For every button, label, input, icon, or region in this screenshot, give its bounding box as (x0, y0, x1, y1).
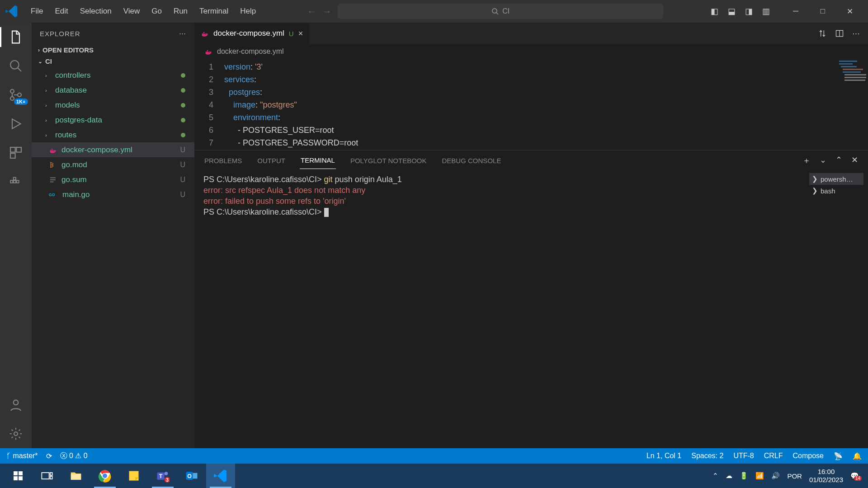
sticky-notes-icon[interactable] (119, 464, 148, 488)
layout-customize-icon[interactable]: ▥ (760, 6, 771, 16)
minimap[interactable] (839, 61, 866, 88)
window-close-button[interactable]: ✕ (836, 0, 863, 23)
window-maximize-button[interactable]: □ (809, 0, 836, 23)
bottom-panel: PROBLEMSOUTPUTTERMINALPOLYGLOT NOTEBOOKD… (194, 150, 868, 448)
tab-docker-compose[interactable]: docker-compose.yml U × (194, 23, 310, 44)
project-section[interactable]: ⌄CI (32, 56, 194, 67)
activity-scm-icon[interactable]: 1K+ (8, 87, 24, 103)
svg-point-17 (50, 164, 52, 165)
menu-file[interactable]: File (25, 5, 48, 18)
status-sync-icon[interactable]: ⟳ (46, 452, 52, 460)
panel-tab-output[interactable]: OUTPUT (256, 152, 286, 169)
layout-left-icon[interactable]: ◧ (709, 6, 720, 16)
svg-point-41 (103, 474, 107, 478)
start-button[interactable] (4, 464, 33, 488)
tray-expand-icon[interactable]: ⌃ (712, 472, 718, 480)
panel-tab-problems[interactable]: PROBLEMS (203, 152, 243, 169)
chrome-icon[interactable] (90, 464, 119, 488)
svg-rect-27 (841, 66, 857, 67)
svg-rect-33 (14, 471, 18, 475)
shell-bash[interactable]: ❯ bash (809, 185, 863, 197)
nav-forward-icon[interactable]: → (322, 6, 331, 17)
panel-maximize-icon[interactable]: ⌃ (835, 150, 843, 170)
svg-rect-11 (14, 180, 16, 183)
folder-controllers[interactable]: ›controllers (32, 68, 194, 83)
svg-rect-13 (16, 180, 19, 183)
tray-onedrive-icon[interactable]: ☁ (726, 472, 732, 480)
tray-clock[interactable]: 16:00 01/02/2023 (809, 468, 843, 484)
folder-models[interactable]: ›models (32, 98, 194, 113)
svg-rect-31 (844, 77, 866, 78)
panel-close-icon[interactable]: ✕ (850, 150, 859, 170)
menu-help[interactable]: Help (235, 5, 261, 18)
status-feedback-icon[interactable]: 📡 (834, 452, 843, 460)
terminal-output[interactable]: PS C:\Users\karoline.cafisso\CI> git pus… (194, 170, 805, 448)
explorer-title: EXPLORER (40, 30, 80, 38)
menu-go[interactable]: Go (146, 5, 167, 18)
svg-rect-8 (16, 147, 21, 152)
editor-more-icon[interactable]: ⋯ (852, 29, 860, 38)
status-bell-icon[interactable]: 🔔 (853, 452, 862, 460)
file-go.sum[interactable]: go.sumU (32, 172, 194, 187)
status-spaces[interactable]: Spaces: 2 (691, 452, 723, 460)
menu-edit[interactable]: Edit (49, 5, 73, 18)
folder-postgres-data[interactable]: ›postgres-data (32, 113, 194, 127)
activity-docker-icon[interactable] (8, 174, 24, 190)
breadcrumb[interactable]: docker-compose.yml (194, 44, 868, 59)
teams-icon[interactable]: T3 (148, 464, 177, 488)
file-go.mod[interactable]: go.modU (32, 157, 194, 172)
nav-back-icon[interactable]: ← (307, 6, 316, 17)
new-terminal-icon[interactable]: ＋ (802, 150, 811, 170)
status-cursor-pos[interactable]: Ln 1, Col 1 (646, 452, 681, 460)
menu-run[interactable]: Run (168, 5, 193, 18)
tray-notifications-icon[interactable]: 💬14 (850, 472, 859, 480)
tray-wifi-icon[interactable]: 📶 (755, 472, 764, 480)
file-docker-compose.yml[interactable]: docker-compose.ymlU (32, 142, 194, 157)
menu-terminal[interactable]: Terminal (194, 5, 234, 18)
activity-explorer-icon[interactable] (8, 29, 24, 45)
tray-battery-icon[interactable]: 🔋 (740, 472, 748, 480)
window-minimize-button[interactable]: ─ (782, 0, 809, 23)
file-main.go[interactable]: GOmain.goU (32, 187, 194, 202)
folder-routes[interactable]: ›routes (32, 127, 194, 142)
code-editor[interactable]: 12345678 version: '3' services: postgres… (194, 59, 868, 150)
folder-database[interactable]: ›database (32, 83, 194, 98)
activity-debug-icon[interactable] (8, 116, 24, 132)
shell-powersh[interactable]: ❯ powersh… (809, 173, 863, 185)
split-editor-icon[interactable] (835, 29, 844, 38)
command-center-search[interactable]: CI (338, 4, 663, 19)
activity-extensions-icon[interactable] (8, 145, 24, 161)
status-encoding[interactable]: UTF-8 (733, 452, 754, 460)
svg-point-0 (492, 9, 497, 13)
tab-close-icon[interactable]: × (298, 29, 303, 38)
title-bar: FileEditSelectionViewGoRunTerminalHelp ←… (0, 0, 868, 23)
panel-tab-polyglot-notebook[interactable]: POLYGLOT NOTEBOOK (349, 152, 428, 169)
status-language[interactable]: Compose (793, 452, 824, 460)
activity-account-icon[interactable] (8, 397, 24, 413)
status-eol[interactable]: CRLF (764, 452, 783, 460)
panel-tab-terminal[interactable]: TERMINAL (300, 152, 336, 169)
outlook-icon[interactable]: O (177, 464, 206, 488)
activity-bar: 1K+ (0, 23, 32, 448)
vscode-taskbar-icon[interactable] (206, 464, 235, 488)
menu-selection[interactable]: Selection (75, 5, 117, 18)
tray-volume-icon[interactable]: 🔊 (771, 472, 780, 480)
tray-language[interactable]: POR (787, 472, 802, 480)
menu-view[interactable]: View (118, 5, 146, 18)
panel-tab-debug-console[interactable]: DEBUG CONSOLE (441, 152, 502, 169)
layout-bottom-icon[interactable]: ⬓ (726, 6, 737, 16)
svg-rect-10 (10, 180, 13, 183)
clock-date: 01/02/2023 (809, 476, 843, 484)
activity-settings-icon[interactable] (8, 426, 24, 442)
activity-search-icon[interactable] (8, 58, 24, 74)
terminal-dropdown-icon[interactable]: ⌄ (819, 150, 827, 170)
status-branch[interactable]: ᚶ master* (6, 452, 38, 460)
status-problems[interactable]: ⓧ 0 ⚠ 0 (60, 451, 88, 461)
file-explorer-icon[interactable] (61, 464, 90, 488)
open-editors-section[interactable]: ›OPEN EDITORS (32, 44, 194, 56)
task-view-icon[interactable] (33, 464, 61, 488)
compare-changes-icon[interactable] (818, 29, 827, 38)
explorer-more-icon[interactable]: ⋯ (179, 29, 186, 38)
layout-right-icon[interactable]: ◨ (743, 6, 754, 16)
svg-point-45 (165, 472, 168, 475)
